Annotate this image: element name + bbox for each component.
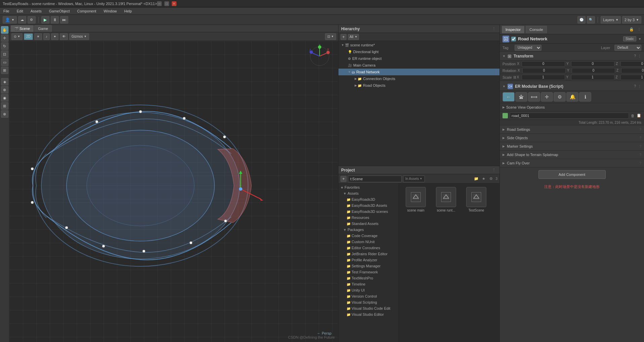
script-tab-road[interactable]: 🛣	[515, 92, 527, 102]
tab-console[interactable]: Console	[526, 26, 547, 33]
hierarchy-all-dropdown[interactable]: All ▼	[348, 34, 359, 40]
position-x-input[interactable]	[522, 61, 565, 67]
script-tab-conn[interactable]: ⟺	[528, 92, 540, 102]
component-active-checkbox[interactable]	[511, 37, 516, 41]
gizmos-btn[interactable]: Gizmos ▼	[69, 33, 89, 40]
project-folder-icon[interactable]: 📁	[473, 176, 479, 182]
hier-item-road-objects[interactable]: ▶ 📁 Road Objects	[338, 82, 499, 89]
custom-tool-btn-5[interactable]: ⊗	[1, 110, 8, 118]
resolution-btn[interactable]: ⊡ ▼	[325, 33, 336, 40]
2d-btn[interactable]: 2D	[24, 33, 33, 40]
project-add-btn[interactable]: +	[340, 176, 347, 182]
hier-item-road-network[interactable]: ▼ 🗂 Road Network	[338, 69, 499, 75]
tree-pkg-textmeshpro[interactable]: 📁 TextMeshPro	[338, 275, 399, 281]
tree-pkg-version-control[interactable]: 📁 Version Control	[338, 293, 399, 299]
script-tab-marker[interactable]: 🔔	[566, 92, 578, 102]
maximize-btn[interactable]: □	[164, 1, 169, 6]
hierarchy-content[interactable]: ▼ 🎬 scene runtime* 💡 Directional light ⚙…	[338, 41, 499, 166]
project-menu-btn[interactable]: ⋮	[491, 167, 497, 173]
custom-tool-btn-3[interactable]: ◉	[1, 94, 8, 102]
tree-standard-assets[interactable]: 📁 Standard Assets	[338, 221, 399, 227]
add-shape-header[interactable]: ▶ Add Shape to Terrain Splatmap ?	[500, 151, 644, 159]
shading-dropdown[interactable]: ⊙ ▼	[11, 33, 23, 40]
menu-file[interactable]: File	[2, 8, 11, 14]
hierarchy-menu-btn[interactable]: ⋮	[491, 26, 497, 32]
layer-select[interactable]: Default	[614, 45, 641, 51]
project-tree[interactable]: ★ Favorites ▼ Assets 📁 EasyRoads3D 📁 Eas…	[338, 184, 399, 342]
settings-btn[interactable]: ⚙	[28, 16, 36, 24]
audio-btn[interactable]: ♪	[43, 33, 50, 40]
hand-tool-btn[interactable]: ✋	[1, 26, 8, 34]
transform-header[interactable]: ▼ ⊞ Transform ? ⋮	[500, 52, 644, 61]
scene-ops-collapse-icon[interactable]: ▶	[502, 106, 505, 109]
rotate-tool-btn[interactable]: ↻	[1, 42, 8, 50]
layout-dropdown[interactable]: 2 by 3 ▼	[622, 16, 641, 24]
rotation-z-input[interactable]	[621, 68, 644, 73]
hier-item-directional-light[interactable]: 💡 Directional light	[338, 48, 499, 55]
project-settings-icon[interactable]: ⚙	[488, 176, 494, 182]
static-arrow-icon[interactable]: ▼	[638, 37, 641, 41]
marker-settings-header[interactable]: ▶ Marker Settings ?	[500, 142, 644, 150]
tree-pkg-timeline[interactable]: 📁 Timeline	[338, 281, 399, 287]
script-tab-back[interactable]: ←	[502, 92, 515, 102]
move-tool-btn[interactable]: ✛	[1, 34, 8, 42]
search-in-assets-btn[interactable]: In Assets ▼	[403, 176, 425, 182]
add-shape-help-icon[interactable]: ?	[639, 153, 641, 157]
menu-help[interactable]: Help	[123, 8, 133, 14]
hier-item-er-runtime[interactable]: ⚙ ER runtime object	[338, 55, 499, 62]
minimize-btn[interactable]: ─	[157, 1, 162, 6]
side-objects-help-icon[interactable]: ?	[639, 136, 641, 140]
scale-y-input[interactable]	[571, 75, 614, 80]
tree-easyroads3d[interactable]: 📁 EasyRoads3D	[338, 196, 399, 202]
tab-scene[interactable]: 🎬Scene	[11, 25, 34, 32]
tree-pkg-unity-ui[interactable]: 📁 Unity UI	[338, 287, 399, 293]
er-script-header[interactable]: ▼ C# ER Modular Base (Script) ? ⋮	[500, 82, 644, 91]
position-y-input[interactable]	[571, 61, 614, 67]
tree-pkg-test-framework[interactable]: 📁 Test Framework	[338, 269, 399, 275]
script-tab-info[interactable]: ℹ	[579, 92, 591, 102]
rect-tool-btn[interactable]: ▭	[1, 59, 8, 66]
tree-favorites[interactable]: ★ Favorites	[338, 184, 399, 190]
tab-game[interactable]: Game	[34, 25, 52, 32]
tag-select[interactable]: Untagged	[515, 45, 541, 51]
script-tab-settings[interactable]: ⚙	[554, 92, 566, 102]
menu-component[interactable]: Component	[76, 8, 97, 14]
transform-menu-icon[interactable]: ⋮	[638, 54, 641, 58]
tree-easyroads3d-scenes[interactable]: 📁 EasyRoads3D scenes	[338, 208, 399, 215]
account-dropdown[interactable]: 👤 ▼	[3, 16, 17, 24]
tree-resources[interactable]: 📁 Resources	[338, 215, 399, 221]
tree-pkg-profile-analyzer[interactable]: 📁 Profile Analyzer	[338, 257, 399, 263]
layers-dropdown[interactable]: Layers ▼	[601, 16, 621, 24]
history-btn[interactable]: 🕐	[577, 16, 586, 24]
scene-vis-btn[interactable]: 👁	[60, 33, 68, 40]
cloud-btn[interactable]: ☁	[18, 16, 26, 24]
er-script-menu-icon[interactable]: ⋮	[638, 84, 641, 88]
inspector-lock-icon[interactable]: 🔒	[629, 27, 635, 33]
add-component-btn[interactable]: Add Component	[538, 170, 606, 179]
custom-tool-btn-2[interactable]: ⊕	[1, 86, 8, 93]
project-assets-grid[interactable]: scene main scene runt...	[399, 184, 499, 342]
asset-scene-main[interactable]: scene main	[402, 187, 429, 212]
hier-item-scene-runtime[interactable]: ▼ 🎬 scene runtime*	[338, 42, 499, 48]
menu-assets[interactable]: Assets	[29, 8, 43, 14]
search-btn[interactable]: 🔍	[587, 16, 595, 24]
hierarchy-add-btn[interactable]: +	[340, 34, 347, 40]
step-btn[interactable]: ⏭	[60, 16, 68, 24]
tree-pkg-visual-scripting[interactable]: 📁 Visual Scripting	[338, 299, 399, 305]
close-btn[interactable]: ✕	[172, 1, 176, 6]
road-delete-icon[interactable]: 🗑	[631, 114, 635, 118]
menu-edit[interactable]: Edit	[15, 8, 25, 14]
tab-inspector[interactable]: Inspector	[502, 26, 524, 33]
transform-help-icon[interactable]: ?	[634, 54, 636, 58]
marker-settings-help-icon[interactable]: ?	[639, 145, 641, 148]
tree-pkg-custom-nunit[interactable]: 📁 Custom NUnit	[338, 239, 399, 245]
rotation-y-input[interactable]	[572, 68, 615, 73]
scene-viewport[interactable]: X Y Z ← Persp CSDN @Defining the Future	[9, 41, 338, 342]
tree-pkg-settings-manager[interactable]: 📁 Settings Manager	[338, 263, 399, 269]
scale-tool-btn[interactable]: ⊡	[1, 50, 8, 58]
road-name-input[interactable]	[510, 113, 629, 119]
tree-pkg-code-coverage[interactable]: 📁 Code Coverage	[338, 233, 399, 239]
tree-easyroads3d-assets[interactable]: 📁 EasyRoads3D Assets	[338, 202, 399, 208]
tree-pkg-vs-editor[interactable]: 📁 Visual Studio Editor	[338, 311, 399, 317]
fx-btn[interactable]: ✦	[51, 33, 58, 40]
